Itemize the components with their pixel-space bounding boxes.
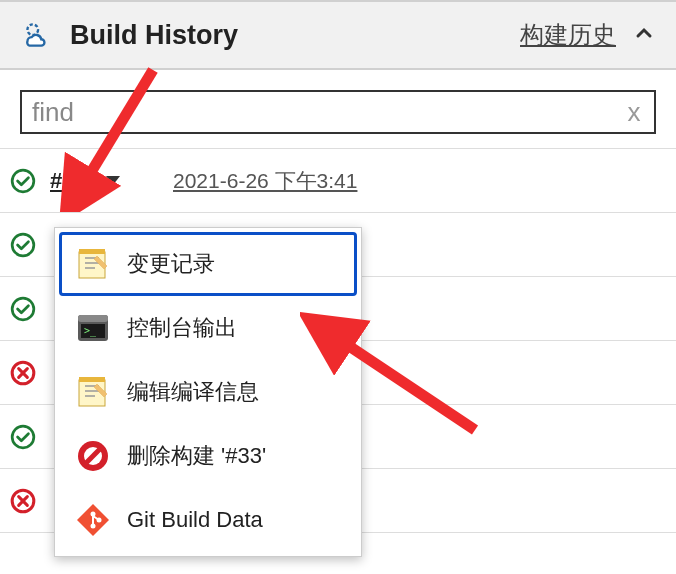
clear-icon[interactable]: x [614, 97, 654, 128]
jenkins-weather-icon [20, 18, 54, 52]
svg-line-25 [76, 70, 153, 197]
build-history-header: Build History 构建历史 [0, 0, 676, 70]
svg-line-26 [325, 330, 475, 430]
build-timestamp[interactable]: 2021-6-26 下午3:41 [173, 167, 357, 195]
history-link[interactable]: 构建历史 [520, 19, 616, 51]
svg-point-3 [12, 298, 34, 320]
failure-icon [10, 360, 36, 386]
notepad-icon [75, 374, 111, 410]
menu-label: 编辑编译信息 [127, 377, 259, 407]
menu-label: 删除构建 '#33' [127, 441, 266, 471]
success-icon [10, 424, 36, 450]
page-title: Build History [70, 20, 238, 51]
svg-point-0 [27, 24, 38, 35]
success-icon [10, 232, 36, 258]
svg-point-1 [12, 170, 34, 192]
prohibit-icon [75, 438, 111, 474]
svg-point-7 [12, 426, 34, 448]
svg-rect-12 [79, 249, 105, 254]
terminal-icon: >_ [75, 310, 111, 346]
success-icon [10, 168, 36, 194]
svg-text:>_: >_ [84, 325, 97, 337]
menu-label: 控制台输出 [127, 313, 237, 343]
menu-label: Git Build Data [127, 507, 263, 533]
git-icon [75, 502, 111, 538]
header-right: 构建历史 [520, 19, 656, 51]
success-icon [10, 296, 36, 322]
annotation-arrow [300, 300, 490, 450]
svg-rect-18 [79, 377, 105, 382]
menu-item-git[interactable]: Git Build Data [59, 488, 357, 552]
header-left: Build History [20, 18, 238, 52]
notepad-icon [75, 246, 111, 282]
failure-icon [10, 488, 36, 514]
svg-rect-14 [78, 315, 108, 322]
menu-label: 变更记录 [127, 249, 215, 279]
chevron-up-icon[interactable] [632, 21, 656, 49]
menu-item-changes[interactable]: 变更记录 [59, 232, 357, 296]
annotation-arrow [58, 62, 168, 212]
svg-point-2 [12, 234, 34, 256]
